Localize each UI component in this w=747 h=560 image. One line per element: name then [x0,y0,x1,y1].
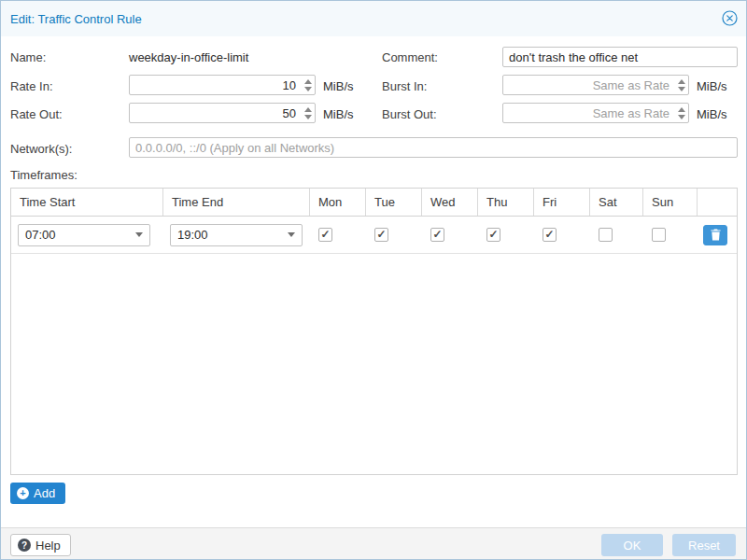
spinner-down-icon[interactable] [678,115,685,119]
timeframes-label: Timeframes: [10,168,78,182]
add-button-label: Add [34,486,55,500]
delete-row-button[interactable] [703,225,727,245]
comment-label: Comment: [382,50,438,64]
rate-out-value: 50 [130,104,301,122]
burst-out-input[interactable]: Same as Rate [502,103,689,123]
col-tue[interactable]: Tue [366,189,422,216]
col-fri[interactable]: Fri [534,189,590,216]
ok-button[interactable]: OK [601,534,663,556]
time-start-select[interactable]: 07:00 [18,224,150,246]
col-mon[interactable]: Mon [310,189,366,216]
checkbox-mon[interactable] [318,228,332,242]
close-icon[interactable] [722,10,738,26]
help-button-label: Help [35,539,61,553]
burst-in-spinner[interactable] [674,76,688,94]
time-end-value: 19:00 [177,228,208,242]
col-time-start[interactable]: Time Start [11,189,163,216]
edit-traffic-control-rule-window: Edit: Traffic Control Rule Name: weekday… [0,0,747,560]
rate-in-label: Rate In: [10,79,53,93]
timeframe-row: 07:00 19:00 [11,217,737,254]
rate-in-input[interactable]: 10 [129,75,316,95]
checkbox-sat[interactable] [599,228,613,242]
rate-out-spinner[interactable] [301,104,315,122]
chevron-down-icon [135,232,143,237]
comment-input[interactable] [502,47,738,67]
time-start-value: 07:00 [25,228,56,242]
chevron-down-icon [288,232,295,237]
col-thu[interactable]: Thu [478,189,534,216]
spinner-down-icon[interactable] [304,87,312,91]
rate-in-unit: MiB/s [323,79,354,93]
burst-out-spinner[interactable] [674,104,688,122]
spinner-down-icon[interactable] [678,87,685,91]
grid-header: Time Start Time End Mon Tue Wed Thu Fri … [11,189,737,217]
col-sat[interactable]: Sat [590,189,643,216]
trash-icon [711,229,721,241]
rate-in-value: 10 [130,76,301,94]
spinner-up-icon[interactable] [304,107,312,112]
burst-in-placeholder: Same as Rate [503,76,674,94]
rate-out-unit: MiB/s [323,107,354,121]
burst-out-unit: MiB/s [697,107,727,121]
rate-in-spinner[interactable] [301,76,315,94]
window-title: Edit: Traffic Control Rule [10,12,142,26]
networks-label: Network(s): [10,142,72,156]
rate-out-label: Rate Out: [10,107,63,121]
spinner-up-icon[interactable] [678,107,685,112]
checkbox-sun[interactable] [652,228,666,242]
rate-out-input[interactable]: 50 [129,103,316,123]
burst-out-placeholder: Same as Rate [503,104,674,122]
checkbox-thu[interactable] [486,228,500,242]
reset-button[interactable]: Reset [672,534,736,556]
name-value: weekday-in-office-limit [129,50,248,64]
col-time-end[interactable]: Time End [163,189,310,216]
networks-input[interactable] [129,137,738,158]
col-sun[interactable]: Sun [643,189,698,216]
col-actions [698,189,737,216]
burst-in-label: Burst In: [382,79,427,93]
plus-circle-icon [17,487,29,499]
checkbox-fri[interactable] [543,228,557,242]
checkbox-tue[interactable] [374,228,388,242]
question-circle-icon [18,539,31,552]
timeframes-grid: Time Start Time End Mon Tue Wed Thu Fri … [10,188,738,475]
checkbox-wed[interactable] [430,228,444,242]
time-end-select[interactable]: 19:00 [170,224,303,246]
spinner-up-icon[interactable] [304,79,312,84]
titlebar[interactable]: Edit: Traffic Control Rule [1,1,746,36]
help-button[interactable]: Help [10,534,71,556]
spinner-up-icon[interactable] [678,79,685,84]
spinner-down-icon[interactable] [304,115,312,119]
col-wed[interactable]: Wed [422,189,478,216]
footer-bar: Help OK Reset [1,527,746,560]
burst-in-input[interactable]: Same as Rate [502,75,689,95]
burst-in-unit: MiB/s [697,79,727,93]
name-label: Name: [10,50,46,64]
add-timeframe-button[interactable]: Add [10,483,65,504]
burst-out-label: Burst Out: [382,107,437,121]
